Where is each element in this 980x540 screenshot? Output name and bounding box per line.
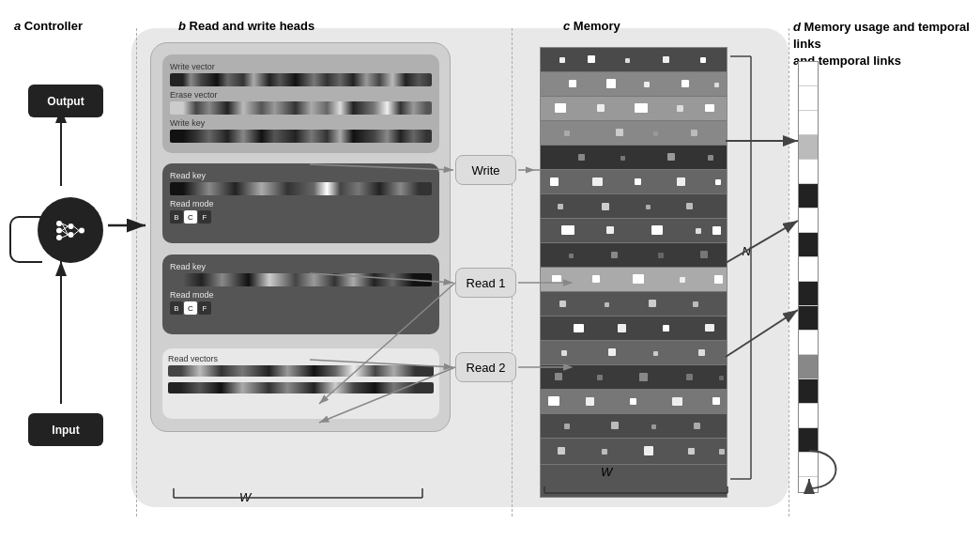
- usage-cell: [799, 282, 818, 306]
- read1-op-box: Read 1: [455, 268, 516, 298]
- memory-grid: [540, 47, 727, 498]
- memory-row: [541, 72, 727, 97]
- memory-section: c Memory: [526, 9, 770, 531]
- divider-a-b: [136, 28, 137, 517]
- svg-point-6: [79, 227, 84, 233]
- memory-row: [541, 341, 727, 365]
- svg-point-3: [56, 235, 62, 240]
- usage-cell: [799, 184, 818, 208]
- memory-row: [541, 121, 727, 146]
- w-bracket-rw: [160, 484, 441, 517]
- usage-cell: [799, 86, 818, 111]
- usage-cell: [799, 355, 818, 379]
- memory-row: [541, 243, 727, 268]
- memory-row: [541, 439, 727, 465]
- usage-cell: [799, 111, 818, 135]
- read-mode-2-buttons: B C F: [170, 301, 432, 315]
- w-label-memory: W: [601, 465, 612, 479]
- usage-cell: [799, 135, 818, 160]
- read-key-1-label: Read key: [170, 171, 432, 180]
- controller-label: a Controller: [14, 19, 83, 33]
- usage-cell: [799, 331, 818, 355]
- mode-btn-f-2[interactable]: F: [198, 301, 211, 315]
- self-loop-arrow: [9, 216, 42, 263]
- usage-cell: [799, 257, 818, 282]
- read-vectors-box: Read vectors: [162, 348, 439, 419]
- usage-strip: [798, 61, 819, 493]
- nn-circle: [38, 197, 103, 263]
- read-vec-1-strip: [168, 365, 434, 377]
- usage-cell: [799, 62, 818, 86]
- n-label: N: [743, 244, 751, 258]
- memory-row: [541, 194, 727, 219]
- usage-cell: [799, 306, 818, 331]
- rw-label: b Read and write heads: [178, 19, 314, 33]
- usage-cell: [799, 233, 818, 257]
- memory-row: [541, 292, 727, 316]
- memory-row: [541, 146, 727, 170]
- svg-point-2: [56, 227, 62, 233]
- rw-box: Write vector Erase vector Write key Read…: [150, 42, 451, 432]
- erase-vector-strip: [170, 101, 432, 115]
- svg-point-5: [68, 232, 73, 238]
- write-op-box: Write: [455, 155, 516, 185]
- read-mode-1-buttons: B C F: [170, 210, 432, 224]
- usage-cell: [799, 379, 818, 404]
- read-key-2-strip: [170, 273, 432, 286]
- memory-row: [541, 170, 727, 194]
- diagram-container: a Controller Output: [0, 0, 980, 540]
- mode-btn-b-1[interactable]: B: [170, 210, 183, 224]
- nn-icon: [50, 209, 92, 252]
- input-box: Input: [28, 413, 103, 446]
- write-key-label: Write key: [170, 118, 432, 128]
- erase-vector-label: Erase vector: [170, 90, 432, 100]
- memory-row: [541, 48, 727, 72]
- memory-row: [541, 414, 727, 439]
- usage-cell: [799, 404, 818, 428]
- read-vectors-label: Read vectors: [168, 354, 434, 363]
- write-vector-label: Write vector: [170, 62, 432, 71]
- read-head-2-box: Read key Read mode B C F: [162, 255, 439, 334]
- mode-btn-c-2[interactable]: C: [184, 301, 197, 315]
- mode-btn-f-1[interactable]: F: [198, 210, 211, 224]
- mode-btn-c-1[interactable]: C: [184, 210, 197, 224]
- read-head-1-box: Read key Read mode B C F: [162, 163, 439, 243]
- read-mode-1-label: Read mode: [170, 199, 432, 208]
- write-vector-strip: [170, 73, 432, 86]
- usage-cell: [799, 208, 818, 233]
- rw-section: b Read and write heads Write vector Eras…: [141, 9, 507, 531]
- memory-row: [541, 316, 727, 341]
- usage-section: d Memory usage and temporal links and te…: [789, 9, 976, 531]
- memory-label: c Memory: [563, 19, 620, 33]
- read-mode-2-label: Read mode: [170, 290, 432, 300]
- memory-row: [541, 268, 727, 292]
- controller-section: a Controller Output: [9, 9, 136, 531]
- read-key-1-strip: [170, 182, 432, 195]
- write-head-box: Write vector Erase vector Write key: [162, 54, 439, 153]
- mode-btn-b-2[interactable]: B: [170, 301, 183, 315]
- svg-point-1: [56, 221, 62, 226]
- write-key-strip: [170, 130, 432, 143]
- memory-row: [541, 97, 727, 121]
- usage-cell: [799, 453, 818, 477]
- usage-cell: [799, 160, 818, 184]
- svg-point-4: [68, 224, 73, 229]
- memory-row: [541, 390, 727, 414]
- memory-row: [541, 365, 727, 390]
- usage-cell: [799, 428, 818, 453]
- usage-label: d Memory usage and temporal links and te…: [793, 19, 976, 70]
- output-box: Output: [28, 85, 103, 117]
- read-vec-2-strip: [168, 382, 434, 393]
- read2-op-box: Read 2: [455, 352, 516, 382]
- memory-row: [541, 219, 727, 243]
- w-bracket-memory: [540, 482, 737, 510]
- read-key-2-label: Read key: [170, 262, 432, 271]
